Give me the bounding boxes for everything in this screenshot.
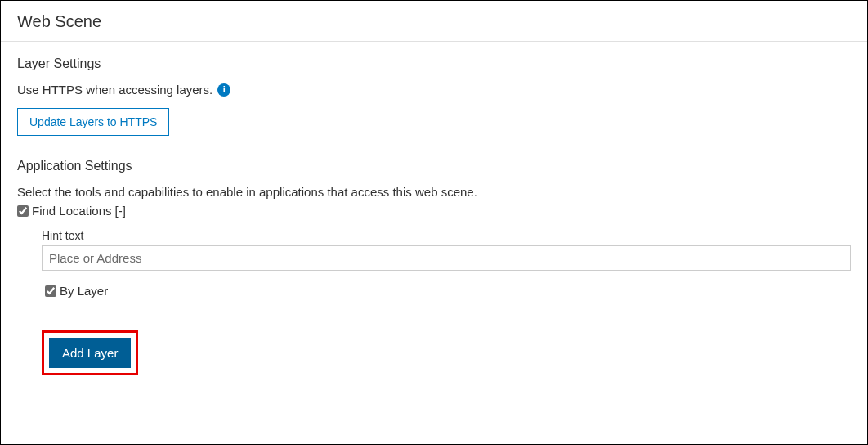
find-locations-checkbox[interactable] [17, 205, 29, 217]
find-locations-details: Hint text By Layer [42, 229, 851, 298]
panel-content: Layer Settings Use HTTPS when accessing … [1, 42, 867, 390]
find-locations-collapse-toggle[interactable]: [-] [115, 204, 126, 218]
info-icon[interactable]: i [217, 83, 230, 97]
by-layer-row: By Layer [45, 284, 851, 298]
layer-settings-title: Layer Settings [17, 56, 851, 71]
find-locations-row: Find Locations [-] [17, 204, 851, 218]
hint-text-label: Hint text [42, 229, 851, 242]
update-layers-https-button[interactable]: Update Layers to HTTPS [17, 108, 169, 136]
hint-text-input[interactable] [42, 245, 851, 271]
page-title: Web Scene [17, 12, 851, 31]
application-settings-section: Application Settings Select the tools an… [17, 159, 851, 375]
panel-header: Web Scene [1, 1, 867, 42]
find-locations-label: Find Locations [32, 204, 112, 218]
layer-settings-section: Layer Settings Use HTTPS when accessing … [17, 56, 851, 136]
layer-settings-description-row: Use HTTPS when accessing layers. i [17, 83, 851, 97]
add-layer-highlight: Add Layer [42, 330, 138, 375]
add-layer-button[interactable]: Add Layer [49, 338, 131, 368]
application-settings-title: Application Settings [17, 159, 851, 173]
application-settings-description: Select the tools and capabilities to ena… [17, 185, 851, 199]
web-scene-settings-panel: Web Scene Layer Settings Use HTTPS when … [0, 0, 868, 445]
by-layer-checkbox[interactable] [45, 285, 56, 297]
layer-settings-description: Use HTTPS when accessing layers. [17, 83, 213, 97]
by-layer-label: By Layer [60, 284, 108, 298]
